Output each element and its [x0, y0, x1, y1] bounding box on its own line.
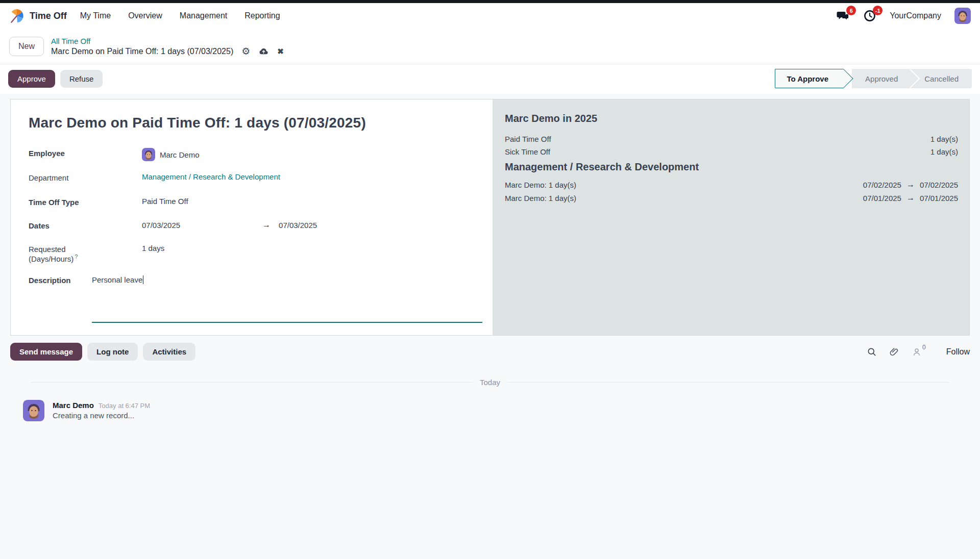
main-menu: My Time Overview Management Reporting — [80, 11, 280, 20]
field-employee: Employee Marc Demo — [29, 142, 482, 167]
department-label: Department — [29, 172, 142, 182]
message-body: Creating a new record... — [53, 411, 150, 420]
form-view: Marc Demo on Paid Time Off: 1 days (07/0… — [0, 94, 980, 336]
field-department: Department Management / Research & Devel… — [29, 167, 482, 188]
field-description: Description Personal leave — [29, 269, 482, 323]
message-time: Today at 6:47 PM — [99, 402, 150, 410]
absence-row: Marc Demo: 1 day(s) 07/02/2025 → 07/02/2… — [505, 178, 958, 191]
activities-button[interactable]: Activities — [143, 343, 195, 361]
status-bar: To Approve Approved Cancelled — [775, 69, 972, 88]
field-dates: Dates 07/03/2025 → 07/03/2025 — [29, 212, 482, 236]
activities-badge: -1 — [873, 6, 883, 15]
absence-row: Marc Demo: 1 day(s) 07/01/2025 → 07/01/2… — [505, 191, 958, 205]
activities-tray-button[interactable]: -1 — [863, 9, 876, 22]
date-from-input[interactable]: 07/03/2025 — [142, 221, 180, 230]
status-approved[interactable]: Approved — [852, 69, 911, 88]
date-to-input[interactable]: 07/03/2025 — [279, 221, 317, 230]
field-requested: Requested (Days/Hours)? 1 days — [29, 236, 482, 269]
top-navbar: Time Off My Time Overview Management Rep… — [0, 3, 980, 29]
text-caret — [143, 275, 143, 284]
requested-value[interactable]: 1 days — [142, 244, 164, 252]
breadcrumb: New All Time Off Marc Demo on Paid Time … — [0, 29, 980, 64]
breadcrumb-parent-link[interactable]: All Time Off — [51, 37, 284, 45]
send-message-button[interactable]: Send message — [10, 343, 82, 361]
department-value-link[interactable]: Management / Research & Development — [142, 172, 280, 181]
record-title: Marc Demo on Paid Time Off: 1 days (07/0… — [29, 115, 482, 131]
chatter: Send message Log note Activities 0 — [0, 336, 980, 421]
arrow-right-icon: → — [906, 180, 915, 189]
summary-title: Marc Demo in 2025 — [505, 113, 958, 124]
employee-value[interactable]: Marc Demo — [160, 150, 200, 159]
field-time-off-type: Time Off Type Paid Time Off — [29, 188, 482, 212]
messages-badge: 6 — [846, 6, 856, 15]
new-button[interactable]: New — [9, 37, 44, 56]
employee-avatar — [142, 148, 155, 161]
description-textarea[interactable]: Personal leave — [92, 275, 482, 323]
app-name[interactable]: Time Off — [30, 11, 67, 21]
log-note-button[interactable]: Log note — [87, 343, 138, 361]
menu-overview[interactable]: Overview — [128, 11, 162, 20]
menu-reporting[interactable]: Reporting — [244, 11, 280, 20]
requested-label: Requested (Days/Hours)? — [29, 244, 142, 263]
app-switcher[interactable]: Time Off — [9, 8, 67, 23]
status-to-approve[interactable]: To Approve — [775, 69, 844, 88]
attachment-icon[interactable] — [889, 347, 899, 357]
chatter-actions: 0 Follow — [867, 347, 970, 357]
dates-label: Dates — [29, 220, 142, 230]
followers-count: 0 — [922, 344, 926, 351]
menu-my-time[interactable]: My Time — [80, 11, 111, 20]
form-sheet: Marc Demo on Paid Time Off: 1 days (07/0… — [10, 99, 970, 336]
message-author-avatar[interactable] — [23, 400, 44, 421]
user-avatar[interactable] — [954, 8, 971, 24]
form-fields-pane: Marc Demo on Paid Time Off: 1 days (07/0… — [11, 99, 493, 335]
date-divider: Today — [31, 378, 949, 387]
arrow-right-icon: → — [262, 220, 271, 230]
arrow-right-icon: → — [906, 193, 915, 202]
description-label: Description — [29, 275, 92, 323]
department-summary-title: Management / Research & Development — [505, 161, 958, 173]
breadcrumb-current: Marc Demo on Paid Time Off: 1 days (07/0… — [51, 47, 233, 56]
search-messages-icon[interactable] — [867, 347, 877, 357]
breadcrumb-lines: All Time Off Marc Demo on Paid Time Off:… — [51, 37, 284, 57]
discard-icon[interactable]: ✖ — [277, 47, 284, 55]
save-cloud-icon[interactable] — [258, 46, 269, 57]
menu-management[interactable]: Management — [180, 11, 227, 20]
navbar-systray: 6 -1 YourCompany — [837, 8, 971, 24]
time-off-app-icon — [9, 8, 24, 23]
time-off-summary-panel: Marc Demo in 2025 Paid Time Off 1 day(s)… — [493, 99, 969, 335]
approve-button[interactable]: Approve — [8, 70, 55, 88]
balance-row: Paid Time Off 1 day(s) — [505, 133, 958, 145]
chatter-message: Marc Demo Today at 6:47 PM Creating a ne… — [23, 400, 960, 421]
status-cancelled[interactable]: Cancelled — [911, 69, 972, 88]
followers-button[interactable]: 0 — [912, 347, 926, 357]
company-switcher[interactable]: YourCompany — [890, 11, 941, 20]
message-author[interactable]: Marc Demo — [53, 401, 94, 410]
messages-tray-button[interactable]: 6 — [837, 9, 850, 22]
time-off-type-label: Time Off Type — [29, 197, 142, 207]
employee-label: Employee — [29, 148, 142, 158]
balance-row: Sick Time Off 1 day(s) — [505, 145, 958, 158]
follow-button[interactable]: Follow — [946, 347, 970, 357]
chatter-toolbar: Send message Log note Activities 0 — [10, 343, 970, 361]
refuse-button[interactable]: Refuse — [60, 70, 103, 88]
help-marker-icon[interactable]: ? — [75, 253, 78, 260]
gear-icon[interactable]: ⚙ — [241, 46, 250, 56]
control-panel: Approve Refuse To Approve Approved Cance… — [0, 64, 980, 94]
time-off-type-value[interactable]: Paid Time Off — [142, 197, 188, 206]
